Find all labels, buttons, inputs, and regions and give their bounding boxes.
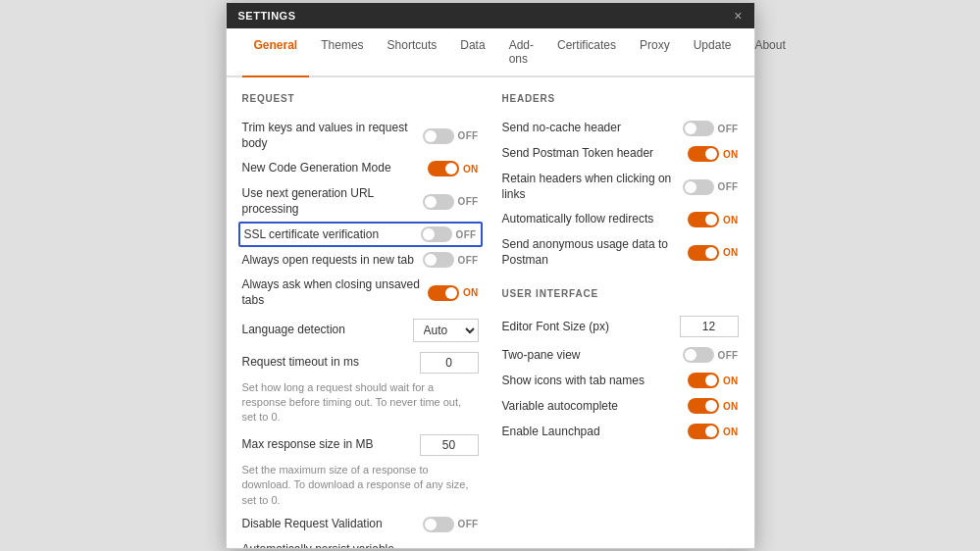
- setting-disable-validation: Disable Request Validation OFF: [242, 512, 479, 537]
- var-autocomplete-toggle-label: ON: [723, 401, 739, 412]
- max-response-row: Max response size in MB: [242, 429, 479, 461]
- anon-usage-label: Send anonymous usage data to Postman: [502, 237, 688, 268]
- request-timeout-input[interactable]: [420, 352, 479, 374]
- trim-keys-toggle-label: OFF: [458, 130, 479, 141]
- retain-headers-toggle-label: OFF: [718, 181, 739, 192]
- setting-ask-closing: Always ask when closing unsaved tabs ON: [242, 273, 479, 313]
- setting-persist-variables: Automatically persist variable values OF…: [242, 537, 479, 548]
- show-icons-toggle[interactable]: ON: [688, 373, 739, 388]
- show-icons-label: Show icons with tab names: [502, 374, 688, 389]
- new-code-gen-label: New Code Generation Mode: [242, 161, 428, 176]
- anon-usage-toggle[interactable]: ON: [688, 245, 739, 261]
- tab-addons[interactable]: Add-ons: [497, 28, 545, 77]
- right-column: HEADERS Send no-cache header OFF Send Po…: [502, 93, 739, 532]
- ask-closing-toggle[interactable]: ON: [428, 285, 479, 301]
- language-detection-label: Language detection: [242, 323, 413, 338]
- next-gen-url-toggle[interactable]: OFF: [423, 194, 479, 210]
- setting-next-gen-url: Use next generation URL processing OFF: [242, 181, 479, 222]
- trim-keys-toggle[interactable]: OFF: [423, 128, 479, 144]
- setting-postman-token: Send Postman Token header ON: [502, 141, 739, 167]
- next-gen-url-toggle-label: OFF: [458, 196, 479, 207]
- launchpad-toggle[interactable]: ON: [688, 424, 739, 439]
- open-new-tab-toggle[interactable]: OFF: [423, 252, 479, 268]
- open-new-tab-label: Always open requests in new tab: [242, 253, 423, 269]
- trim-keys-label: Trim keys and values in request body: [242, 121, 423, 151]
- retain-headers-label: Retain headers when clicking on links: [502, 172, 683, 202]
- setting-retain-headers: Retain headers when clicking on links OF…: [502, 167, 739, 207]
- max-response-label: Max response size in MB: [242, 437, 420, 453]
- persist-variables-row: Automatically persist variable values OF…: [242, 537, 479, 548]
- language-detection-dropdown[interactable]: Auto JSON XML: [413, 319, 479, 342]
- editor-font-size-label: Editor Font Size (px): [502, 320, 680, 335]
- setting-anon-usage: Send anonymous usage data to Postman ON: [502, 232, 739, 273]
- no-cache-label: Send no-cache header: [502, 121, 683, 136]
- setting-show-icons: Show icons with tab names ON: [502, 368, 739, 393]
- no-cache-toggle[interactable]: OFF: [683, 121, 739, 136]
- tab-shortcuts[interactable]: Shortcuts: [376, 28, 449, 77]
- disable-validation-toggle-label: OFF: [458, 519, 479, 529]
- auto-redirects-label: Automatically follow redirects: [502, 212, 688, 227]
- request-section-title: REQUEST: [242, 93, 479, 104]
- ssl-cert-label: SSL certificate verification: [244, 227, 421, 243]
- request-timeout-label: Request timeout in ms: [242, 355, 420, 371]
- open-new-tab-toggle-label: OFF: [458, 255, 479, 266]
- max-response-input[interactable]: [420, 434, 479, 456]
- tab-data[interactable]: Data: [448, 28, 496, 77]
- ssl-cert-toggle[interactable]: OFF: [421, 226, 477, 242]
- persist-variables-label: Automatically persist variable values: [242, 542, 423, 548]
- next-gen-url-label: Use next generation URL processing: [242, 186, 423, 217]
- launchpad-toggle-label: ON: [723, 426, 739, 437]
- new-code-gen-toggle-label: ON: [463, 164, 479, 175]
- tab-themes[interactable]: Themes: [309, 28, 375, 77]
- tab-update[interactable]: Update: [682, 28, 744, 77]
- tab-proxy[interactable]: Proxy: [628, 28, 682, 77]
- var-autocomplete-label: Variable autocomplete: [502, 399, 688, 415]
- disable-validation-toggle[interactable]: OFF: [423, 517, 479, 532]
- setting-language-detection: Language detection Auto JSON XML: [242, 314, 479, 347]
- disable-validation-label: Disable Request Validation: [242, 517, 423, 532]
- settings-dialog: SETTINGS × General Themes Shortcuts Data…: [226, 2, 755, 549]
- dialog-title: SETTINGS: [238, 10, 296, 22]
- show-icons-toggle-label: ON: [723, 376, 739, 386]
- two-pane-label: Two-pane view: [502, 348, 683, 364]
- setting-launchpad: Enable Launchpad ON: [502, 419, 739, 444]
- settings-content: REQUEST Trim keys and values in request …: [227, 77, 754, 548]
- title-bar: SETTINGS ×: [227, 3, 754, 28]
- postman-token-toggle[interactable]: ON: [688, 146, 739, 162]
- close-button[interactable]: ×: [734, 9, 742, 23]
- anon-usage-toggle-label: ON: [723, 247, 739, 258]
- setting-trim-keys: Trim keys and values in request body OFF: [242, 116, 479, 156]
- setting-auto-redirects: Automatically follow redirects ON: [502, 207, 739, 232]
- setting-two-pane: Two-pane view OFF: [502, 342, 739, 368]
- var-autocomplete-toggle[interactable]: ON: [688, 398, 739, 414]
- tab-about[interactable]: About: [743, 28, 797, 77]
- max-response-desc: Set the maximum size of a response to do…: [242, 463, 479, 508]
- tab-general[interactable]: General: [242, 28, 310, 77]
- ui-section-title: USER INTERFACE: [502, 288, 739, 299]
- setting-new-code-gen: New Code Generation Mode ON: [242, 156, 479, 181]
- headers-section-title: HEADERS: [502, 93, 739, 104]
- setting-no-cache: Send no-cache header OFF: [502, 116, 739, 141]
- setting-editor-font-size: Editor Font Size (px): [502, 311, 739, 342]
- request-timeout-row: Request timeout in ms: [242, 347, 479, 378]
- setting-ssl-cert: SSL certificate verification OFF: [238, 222, 483, 247]
- request-column: REQUEST Trim keys and values in request …: [242, 93, 479, 532]
- setting-max-response: Max response size in MB Set the maximum …: [242, 429, 479, 508]
- tab-certificates[interactable]: Certificates: [545, 28, 628, 77]
- editor-font-size-input[interactable]: [680, 316, 739, 337]
- tabs-bar: General Themes Shortcuts Data Add-ons Ce…: [227, 28, 754, 77]
- ssl-cert-toggle-label: OFF: [456, 229, 477, 240]
- no-cache-toggle-label: OFF: [718, 124, 739, 134]
- ask-closing-label: Always ask when closing unsaved tabs: [242, 277, 428, 308]
- new-code-gen-toggle[interactable]: ON: [428, 161, 479, 176]
- auto-redirects-toggle-label: ON: [723, 215, 739, 225]
- launchpad-label: Enable Launchpad: [502, 425, 688, 440]
- request-timeout-desc: Set how long a request should wait for a…: [242, 380, 479, 426]
- setting-request-timeout: Request timeout in ms Set how long a req…: [242, 347, 479, 426]
- auto-redirects-toggle[interactable]: ON: [688, 212, 739, 227]
- ask-closing-toggle-label: ON: [463, 287, 479, 298]
- postman-token-toggle-label: ON: [723, 149, 739, 160]
- postman-token-label: Send Postman Token header: [502, 146, 688, 162]
- retain-headers-toggle[interactable]: OFF: [683, 179, 739, 195]
- two-pane-toggle[interactable]: OFF: [683, 347, 739, 363]
